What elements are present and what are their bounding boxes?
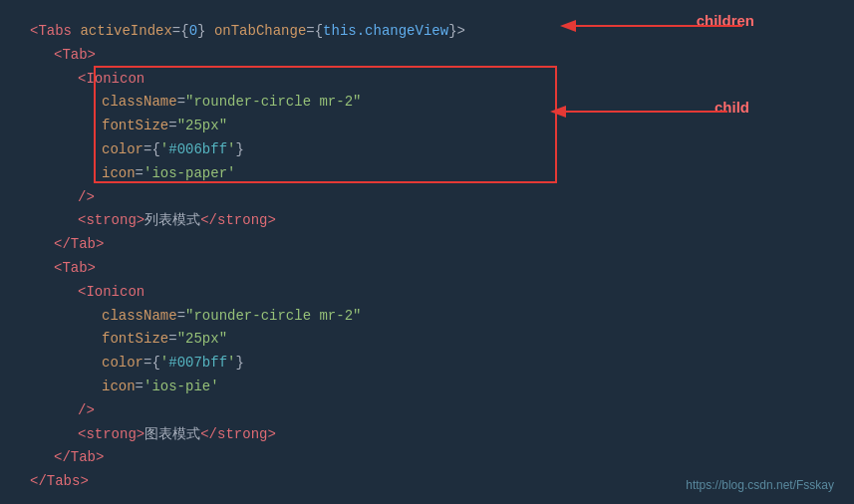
- tag-tab-open-2: <Tab>: [54, 257, 96, 281]
- code-line-13: className="rounder-circle mr-2": [30, 305, 824, 329]
- tag-ionicon-1: <Ionicon: [78, 68, 144, 92]
- code-line-7: icon='ios-paper': [30, 162, 824, 186]
- tag-strong-open-2: <strong>: [78, 423, 144, 447]
- tag-tabs-open: <Tabs: [30, 20, 80, 44]
- tag-tab-close-1: </Tab>: [54, 233, 104, 257]
- code-line-16: icon='ios-pie': [30, 376, 824, 399]
- code-line-18: <strong>图表模式</strong>: [30, 423, 824, 447]
- tag-ionicon-close-2: />: [78, 399, 95, 423]
- tag-ionicon-2: <Ionicon: [78, 281, 144, 305]
- code-line-11: <Tab>: [30, 257, 824, 281]
- watermark: https://blog.csdn.net/Fsskay: [686, 478, 834, 492]
- code-line-12: <Ionicon: [30, 281, 824, 305]
- attr-activeindex: activeIndex: [80, 20, 171, 44]
- tag-tabs-close: </Tabs>: [30, 470, 89, 494]
- code-line-8: />: [30, 186, 824, 210]
- attr-fontsize-2: fontSize: [102, 328, 168, 352]
- tag-strong-close-1: </strong>: [200, 209, 276, 233]
- attr-classname-value-1: "rounder-circle mr-2": [185, 91, 361, 115]
- attr-ontabchange: onTabChange: [214, 20, 306, 44]
- attr-color-value-1: #006bff: [168, 138, 227, 162]
- code-line-19: </Tab>: [30, 446, 824, 470]
- code-line-3: <Ionicon: [30, 68, 824, 92]
- attr-classname-value-2: "rounder-circle mr-2": [185, 305, 361, 329]
- attr-color-2: color: [102, 352, 143, 376]
- attr-classname-1: className: [102, 91, 177, 115]
- tag-strong-open-1: <strong>: [78, 209, 144, 233]
- attr-color-value-2: #007bff: [168, 352, 227, 376]
- attr-color-1: color: [102, 138, 143, 162]
- tag-ionicon-close-1: />: [78, 186, 95, 210]
- code-line-4: className="rounder-circle mr-2": [30, 91, 824, 115]
- annotation-child: child: [714, 95, 749, 121]
- attr-fontsize-value-1: "25px": [177, 115, 227, 138]
- code-line-14: fontSize="25px": [30, 328, 824, 352]
- code-line-15: color={'#007bff'}: [30, 352, 824, 376]
- attr-fontsize-value-2: "25px": [177, 328, 227, 352]
- attr-icon-value-1: 'ios-paper': [143, 162, 235, 186]
- attr-icon-value-2: 'ios-pie': [143, 376, 219, 399]
- strong-text-2: 图表模式: [144, 423, 200, 447]
- code-container: <Tabs activeIndex={0} onTabChange={this.…: [0, 0, 854, 504]
- tag-tab-open-1: <Tab>: [54, 44, 96, 68]
- tag-tab-close-2: </Tab>: [54, 446, 104, 470]
- code-line-5: fontSize="25px": [30, 115, 824, 138]
- code-line-9: <strong>列表模式</strong>: [30, 209, 824, 233]
- code-line-2: <Tab>: [30, 44, 824, 68]
- annotation-children: children: [697, 8, 754, 34]
- tag-strong-close-2: </strong>: [200, 423, 276, 447]
- attr-fontsize-1: fontSize: [102, 115, 168, 138]
- strong-text-1: 列表模式: [144, 209, 200, 233]
- code-line-10: </Tab>: [30, 233, 824, 257]
- attr-icon-1: icon: [102, 162, 136, 186]
- code-line-6: color={'#006bff'}: [30, 138, 824, 162]
- attr-icon-2: icon: [102, 376, 136, 399]
- code-line-17: />: [30, 399, 824, 423]
- attr-classname-2: className: [102, 305, 177, 329]
